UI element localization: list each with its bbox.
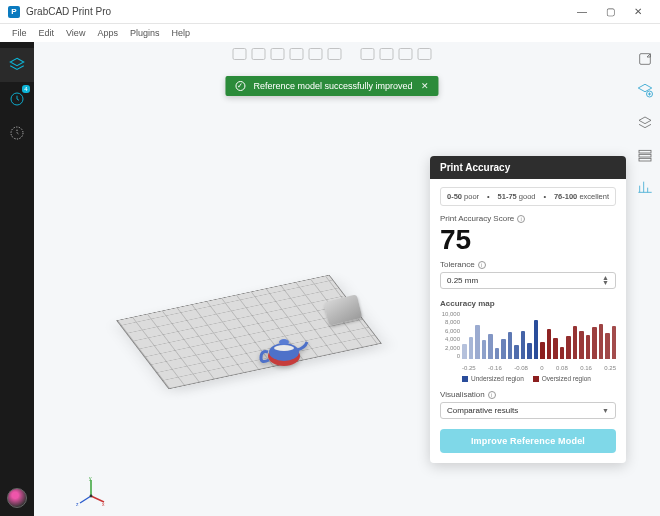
scale-good: 51-75 good <box>498 192 536 201</box>
spinner-icon: ▲▼ <box>602 276 609 284</box>
axis-triad: y x z <box>76 476 106 506</box>
histogram-bar <box>612 326 617 359</box>
histogram-bar <box>547 329 552 359</box>
window-minimize[interactable]: — <box>568 6 596 17</box>
tolerance-label: Tolerancei <box>440 260 616 269</box>
menu-apps[interactable]: Apps <box>93 28 122 38</box>
view-tool-9[interactable] <box>399 48 413 60</box>
visualisation-label: Visualisationi <box>440 390 616 399</box>
score-label: Print Accuracy Scorei <box>440 214 616 223</box>
histogram-bar <box>495 348 500 359</box>
histogram-bar <box>527 343 532 359</box>
histogram-bar <box>605 333 610 359</box>
left-rail: 4 <box>0 42 34 516</box>
materials-icon[interactable] <box>636 114 654 132</box>
svg-point-5 <box>274 345 294 351</box>
menu-edit[interactable]: Edit <box>35 28 59 38</box>
histogram-bar <box>482 340 487 359</box>
rail-recent[interactable] <box>0 116 34 150</box>
menubar: File Edit View Apps Plugins Help <box>0 24 660 42</box>
histogram-bar <box>514 345 519 359</box>
histogram-bar <box>488 334 493 359</box>
app-title: GrabCAD Print Pro <box>26 6 111 17</box>
view-tool-4[interactable] <box>290 48 304 60</box>
histogram-bar <box>462 344 467 359</box>
histogram-bar <box>579 331 584 359</box>
quality-scale: 0-50 poor • 51-75 good • 76-100 excellen… <box>440 187 616 206</box>
view-tool-8[interactable] <box>380 48 394 60</box>
window-maximize[interactable]: ▢ <box>596 6 624 17</box>
model-teapot[interactable] <box>259 330 309 370</box>
svg-rect-15 <box>639 150 651 153</box>
histogram-bar <box>592 327 597 359</box>
menu-view[interactable]: View <box>62 28 89 38</box>
info-icon[interactable]: i <box>517 215 525 223</box>
histogram-bar <box>469 337 474 359</box>
settings-stack-icon[interactable] <box>636 146 654 164</box>
panel-title: Print Accuracy <box>430 156 626 179</box>
svg-text:z: z <box>76 501 79 506</box>
build-plate <box>116 275 382 389</box>
histogram-bar <box>566 336 571 359</box>
improve-reference-model-button[interactable]: Improve Reference Model <box>440 429 616 453</box>
analyze-icon[interactable] <box>636 82 654 100</box>
histogram-bar <box>553 338 558 359</box>
stats-icon[interactable] <box>636 178 654 196</box>
export-icon[interactable] <box>636 50 654 68</box>
histogram-bar <box>560 347 565 359</box>
info-icon[interactable]: i <box>478 261 486 269</box>
right-rail <box>630 42 660 516</box>
accuracy-map-label: Accuracy map <box>440 299 616 308</box>
svg-point-12 <box>90 495 93 498</box>
view-toolbar <box>233 48 432 60</box>
histogram-bar <box>475 325 480 359</box>
success-toast: ✓ Reference model successfully improved … <box>225 76 438 96</box>
histogram-bar <box>521 331 526 359</box>
view-tool-5[interactable] <box>309 48 323 60</box>
histogram-bar <box>573 326 578 359</box>
menu-plugins[interactable]: Plugins <box>126 28 164 38</box>
rail-history-badge: 4 <box>22 85 30 93</box>
accuracy-histogram: 10,0008,0006,0004,0002,0000 -0.25-0.16-0… <box>440 311 616 371</box>
menu-help[interactable]: Help <box>167 28 194 38</box>
scale-poor: 0-50 poor <box>447 192 479 201</box>
view-tool-6[interactable] <box>328 48 342 60</box>
titlebar: P GrabCAD Print Pro — ▢ ✕ <box>0 0 660 24</box>
visualisation-select[interactable]: Comparative results ▼ <box>440 402 616 419</box>
check-icon: ✓ <box>235 81 245 91</box>
rail-history[interactable]: 4 <box>0 82 34 116</box>
menu-file[interactable]: File <box>8 28 31 38</box>
info-icon[interactable]: i <box>488 391 496 399</box>
histogram-bar <box>599 324 604 359</box>
view-tool-1[interactable] <box>233 48 247 60</box>
view-tool-7[interactable] <box>361 48 375 60</box>
histogram-bar <box>501 339 506 359</box>
user-avatar[interactable] <box>7 488 27 508</box>
accuracy-score: 75 <box>440 226 616 254</box>
legend-swatch-under <box>462 376 468 382</box>
svg-rect-17 <box>639 158 651 161</box>
toast-close[interactable]: ✕ <box>421 81 429 91</box>
chart-legend: Undersized region Oversized region <box>440 375 616 382</box>
app-logo: P <box>8 6 20 18</box>
view-tool-2[interactable] <box>252 48 266 60</box>
histogram-bar <box>586 335 591 359</box>
histogram-bar <box>534 320 539 359</box>
svg-point-4 <box>279 339 289 345</box>
scale-excellent: 76-100 excellent <box>554 192 609 201</box>
svg-text:x: x <box>102 501 105 506</box>
tolerance-select[interactable]: 0.25 mm ▲▼ <box>440 272 616 289</box>
histogram-bar <box>508 332 513 359</box>
view-tool-10[interactable] <box>418 48 432 60</box>
window-close[interactable]: ✕ <box>624 6 652 17</box>
toast-message: Reference model successfully improved <box>253 81 412 91</box>
view-tool-3[interactable] <box>271 48 285 60</box>
svg-line-10 <box>80 496 91 503</box>
legend-swatch-over <box>533 376 539 382</box>
print-accuracy-panel: Print Accuracy 0-50 poor • 51-75 good • … <box>430 156 626 463</box>
chevron-down-icon: ▼ <box>602 407 609 414</box>
rail-build-plate[interactable] <box>0 48 34 82</box>
svg-rect-16 <box>639 154 651 157</box>
histogram-bar <box>540 342 545 359</box>
